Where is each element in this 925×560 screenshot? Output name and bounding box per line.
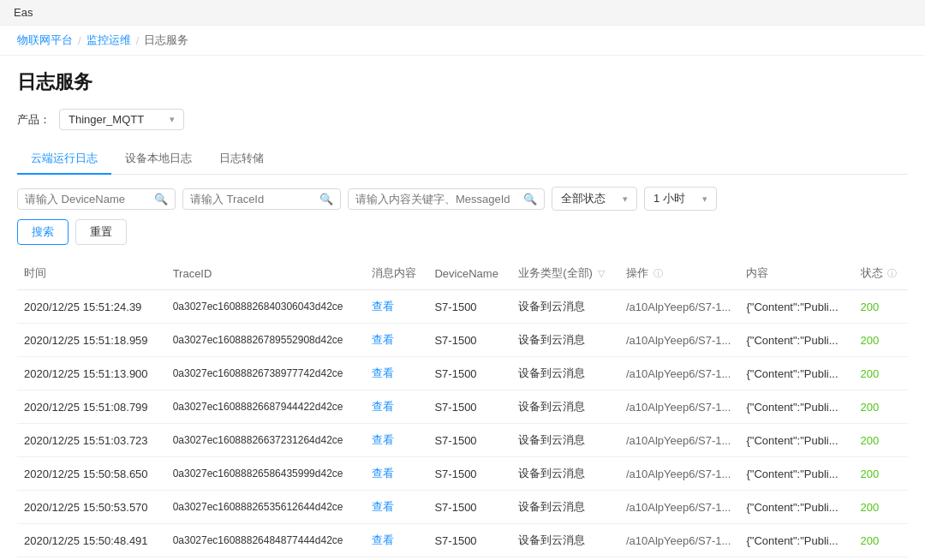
cell-biz-type: 设备到云消息 <box>511 390 619 424</box>
content-input-wrap[interactable]: 🔍 <box>348 188 545 210</box>
cell-trace-id: 0a3027ec16088826738977742d42ce <box>166 357 365 390</box>
table-row: 2020/12/25 15:51:18.959 0a3027ec16088826… <box>17 324 908 357</box>
cell-time: 2020/12/25 15:50:58.650 <box>17 457 166 491</box>
cell-content-link[interactable]: 查看 <box>365 390 428 424</box>
biz-type-filter-icon[interactable]: ▽ <box>598 268 605 278</box>
cell-content-link[interactable]: 查看 <box>365 324 428 357</box>
device-name-input[interactable] <box>25 193 149 206</box>
cell-inner-content: {"Content":"Publi... <box>739 557 853 561</box>
cell-device-name: S7-1500 <box>427 557 511 561</box>
cell-time: 2020/12/25 15:51:13.900 <box>17 357 166 390</box>
product-value: Thinger_MQTT <box>69 113 144 126</box>
status-select[interactable]: 全部状态 ▾ <box>552 187 637 211</box>
button-row: 搜索 重置 <box>17 219 908 245</box>
cell-inner-content: {"Content":"Publi... <box>739 324 853 357</box>
trace-id-input-wrap[interactable]: 🔍 <box>182 188 341 210</box>
page-title: 日志服务 <box>17 69 908 95</box>
cell-status: 200 <box>854 290 908 324</box>
operation-info-icon: ⓘ <box>653 268 663 278</box>
cell-biz-type: 设备到云消息 <box>511 524 619 557</box>
cell-content-link[interactable]: 查看 <box>365 491 428 524</box>
cell-trace-id: 0a3027ec16088826484877444d42ce <box>166 524 365 557</box>
breadcrumb-sep-1: / <box>78 34 81 47</box>
trace-id-input[interactable] <box>190 193 314 206</box>
cell-inner-content: {"Content":"Publi... <box>739 290 853 324</box>
col-trace-id: TraceID <box>166 257 365 290</box>
cell-biz-type: 设备到云消息 <box>511 290 619 324</box>
cell-status: 200 <box>854 491 908 524</box>
cell-device-name: S7-1500 <box>427 424 511 457</box>
cell-operation: /a10AlpYeep6/S7-1... <box>619 290 740 324</box>
cell-inner-content: {"Content":"Publi... <box>739 424 853 457</box>
time-select-arrow-icon: ▾ <box>702 194 707 205</box>
cell-operation: /a10AlpYeep6/S7-1... <box>619 324 740 357</box>
cell-status: 200 <box>854 357 908 390</box>
reset-button[interactable]: 重置 <box>75 219 127 245</box>
cell-time: 2020/12/25 15:50:48.491 <box>17 524 166 557</box>
cell-time: 2020/12/25 15:51:24.39 <box>17 290 166 324</box>
device-name-input-wrap[interactable]: 🔍 <box>17 188 176 210</box>
cell-status: 200 <box>854 557 908 561</box>
table-row: 2020/12/25 15:50:58.650 0a3027ec16088826… <box>17 457 908 491</box>
time-select-value: 1 小时 <box>653 191 685 206</box>
table-row: 2020/12/25 15:51:08.799 0a3027ec16088826… <box>17 390 908 424</box>
table-row: 2020/12/25 15:50:43.415 0a3027ec16088826… <box>17 557 908 561</box>
breadcrumb-home[interactable]: 物联网平台 <box>17 33 73 48</box>
breadcrumb-current: 日志服务 <box>144 33 188 48</box>
cell-time: 2020/12/25 15:51:03.723 <box>17 424 166 457</box>
cell-trace-id: 0a3027ec16088826586435999d42ce <box>166 457 365 491</box>
cell-time: 2020/12/25 15:50:53.570 <box>17 491 166 524</box>
cell-biz-type: 设备到云消息 <box>511 357 619 390</box>
cell-device-name: S7-1500 <box>427 457 511 491</box>
table-row: 2020/12/25 15:50:48.491 0a3027ec16088826… <box>17 524 908 557</box>
cell-biz-type: 设备到云消息 <box>511 324 619 357</box>
content-input[interactable] <box>355 193 518 206</box>
cell-time: 2020/12/25 15:51:18.959 <box>17 324 166 357</box>
cell-content-link[interactable]: 查看 <box>365 290 428 324</box>
product-label: 产品： <box>17 112 51 128</box>
tab-transfer-log[interactable]: 日志转储 <box>206 144 278 175</box>
cell-biz-type: 设备到云消息 <box>511 457 619 491</box>
cell-content-link[interactable]: 查看 <box>365 457 428 491</box>
search-button[interactable]: 搜索 <box>17 219 69 245</box>
content-search-icon[interactable]: 🔍 <box>523 193 537 206</box>
breadcrumb-monitor[interactable]: 监控运维 <box>87 33 131 48</box>
cell-device-name: S7-1500 <box>427 390 511 424</box>
cell-operation: /a10AlpYeep6/S7-1... <box>619 390 740 424</box>
device-name-search-icon[interactable]: 🔍 <box>154 193 168 206</box>
cell-inner-content: {"Content":"Publi... <box>739 491 853 524</box>
product-selector[interactable]: Thinger_MQTT ▾ <box>59 109 184 130</box>
cell-content-link[interactable]: 查看 <box>365 524 428 557</box>
cell-content-link[interactable]: 查看 <box>365 424 428 457</box>
top-logo: Eas <box>14 6 33 19</box>
tab-device-log[interactable]: 设备本地日志 <box>111 144 206 175</box>
cell-operation: /a10AlpYeep6/S7-1... <box>619 457 740 491</box>
tab-cloud-log[interactable]: 云端运行日志 <box>17 144 111 175</box>
cell-trace-id: 0a3027ec16088826840306043d42ce <box>166 290 365 324</box>
cell-trace-id: 0a3027ec16088826434103962d42ce <box>166 557 365 561</box>
cell-operation: /a10AlpYeep6/S7-1... <box>619 491 740 524</box>
cell-biz-type: 设备到云消息 <box>511 424 619 457</box>
cell-status: 200 <box>854 424 908 457</box>
time-select[interactable]: 1 小时 ▾ <box>644 187 717 211</box>
cell-device-name: S7-1500 <box>427 324 511 357</box>
table-row: 2020/12/25 15:51:03.723 0a3027ec16088826… <box>17 424 908 457</box>
table-row: 2020/12/25 15:50:53.570 0a3027ec16088826… <box>17 491 908 524</box>
cell-operation: /a10AlpYeep6/S7-1... <box>619 357 740 390</box>
col-content: 消息内容 <box>365 257 428 290</box>
col-status: 状态 ⓘ <box>854 257 908 290</box>
cell-status: 200 <box>854 324 908 357</box>
trace-id-search-icon[interactable]: 🔍 <box>319 193 333 206</box>
cell-trace-id: 0a3027ec16088826535612644d42ce <box>166 491 365 524</box>
product-arrow-icon: ▾ <box>170 114 175 125</box>
col-device-name: DeviceName <box>427 257 511 290</box>
cell-inner-content: {"Content":"Publi... <box>739 524 853 557</box>
cell-trace-id: 0a3027ec16088826637231264d42ce <box>166 424 365 457</box>
cell-content-link[interactable]: 查看 <box>365 357 428 390</box>
cell-operation: /a10AlpYeep6/S7-1... <box>619 524 740 557</box>
cell-device-name: S7-1500 <box>427 290 511 324</box>
cell-device-name: S7-1500 <box>427 491 511 524</box>
cell-content-link[interactable]: 查看 <box>365 557 428 561</box>
cell-inner-content: {"Content":"Publi... <box>739 457 853 491</box>
cell-status: 200 <box>854 390 908 424</box>
